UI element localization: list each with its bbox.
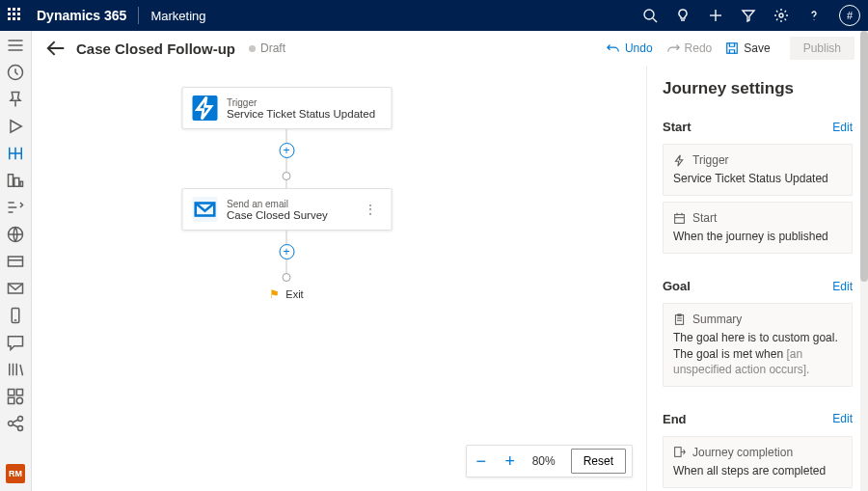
connector-line	[286, 231, 287, 244]
zoom-reset-button[interactable]: Reset	[571, 449, 626, 474]
nav-flow-icon[interactable]	[6, 199, 25, 216]
zoom-controls: − + 80% Reset	[466, 445, 633, 477]
nav-mail-icon[interactable]	[6, 280, 25, 297]
svg-rect-13	[9, 257, 23, 266]
side-rail: RM	[0, 31, 32, 491]
search-icon[interactable]	[642, 8, 658, 23]
exit-icon	[673, 446, 686, 458]
add-icon[interactable]	[708, 8, 723, 23]
exit-node[interactable]: ⚑Exit	[269, 287, 303, 301]
svg-rect-10	[14, 178, 19, 187]
lightning-icon	[192, 95, 217, 121]
mail-icon	[192, 197, 217, 222]
goal-summary-text: The goal here is to custom goal. The goa…	[673, 330, 842, 377]
node-more-icon[interactable]: ⋮	[360, 202, 381, 217]
publish-button: Publish	[790, 37, 854, 60]
node-value: Case Closed Survey	[227, 209, 328, 221]
svg-point-25	[16, 397, 22, 403]
back-button[interactable]	[45, 38, 67, 59]
svg-point-27	[18, 417, 23, 422]
zoom-level: 80%	[525, 454, 563, 468]
undo-button[interactable]: Undo	[607, 41, 653, 55]
svg-rect-37	[675, 315, 683, 325]
save-button[interactable]: Save	[725, 41, 770, 55]
lightning-icon	[673, 154, 686, 167]
nav-library-icon[interactable]	[6, 361, 25, 378]
svg-rect-23	[16, 390, 22, 396]
status-badge: Draft	[249, 41, 285, 55]
nav-menu-icon[interactable]	[6, 37, 25, 54]
clipboard-icon	[673, 314, 686, 326]
section-start: StartEdit Trigger Service Ticket Status …	[663, 120, 853, 254]
nav-card-icon[interactable]	[6, 253, 25, 270]
nav-segments-icon[interactable]	[6, 172, 25, 189]
nav-journeys-icon[interactable]	[6, 145, 25, 162]
nav-chat-icon[interactable]	[6, 334, 25, 351]
nav-play-icon[interactable]	[6, 118, 25, 135]
svg-rect-31	[727, 43, 738, 54]
connector-line	[286, 180, 287, 188]
email-node[interactable]: Send an email Case Closed Survey ⋮	[181, 188, 392, 231]
svg-point-4	[779, 14, 783, 17]
svg-line-1	[653, 18, 657, 22]
edit-end-link[interactable]: Edit	[832, 412, 853, 425]
card-goal-summary[interactable]: Summary The goal here is to custom goal.…	[663, 303, 853, 387]
card-end-completion[interactable]: Journey completion When all steps are co…	[663, 436, 853, 488]
avatar[interactable]: #	[839, 5, 860, 26]
scrollbar[interactable]	[860, 31, 868, 491]
area-name[interactable]: Marketing	[150, 9, 205, 23]
global-topbar: Dynamics 365 Marketing #	[0, 0, 868, 31]
help-icon[interactable]	[806, 8, 822, 23]
svg-line-29	[14, 420, 18, 423]
connector-dot	[283, 172, 291, 180]
settings-panel: Journey settings StartEdit Trigger Servi…	[646, 66, 868, 491]
node-label: Trigger	[227, 97, 375, 108]
svg-line-21	[20, 365, 23, 375]
page-title: Case Closed Follow-up	[76, 41, 235, 57]
svg-rect-41	[675, 448, 682, 457]
edit-start-link[interactable]: Edit	[832, 121, 853, 134]
redo-button: Redo	[666, 41, 713, 55]
zoom-in-button[interactable]: +	[496, 446, 525, 477]
connector-line	[286, 129, 287, 143]
card-start[interactable]: Start When the journey is published	[663, 202, 853, 254]
nav-pinned-icon[interactable]	[6, 91, 25, 108]
journey-canvas[interactable]: Trigger Service Ticket Status Updated + …	[32, 66, 646, 491]
svg-point-28	[18, 426, 23, 431]
gear-icon[interactable]	[773, 8, 789, 23]
card-trigger[interactable]: Trigger Service Ticket Status Updated	[663, 144, 853, 196]
nav-recent-icon[interactable]	[6, 64, 25, 81]
lightbulb-icon[interactable]	[675, 8, 691, 23]
connector-dot	[283, 273, 291, 282]
svg-rect-24	[9, 397, 14, 403]
svg-line-30	[14, 424, 18, 427]
app-launcher-icon[interactable]	[8, 8, 23, 23]
svg-rect-9	[9, 175, 14, 187]
edit-goal-link[interactable]: Edit	[832, 280, 853, 293]
nav-mobile-icon[interactable]	[6, 307, 25, 324]
svg-rect-33	[675, 214, 685, 223]
zoom-out-button[interactable]: −	[467, 446, 496, 477]
nav-share-icon[interactable]	[6, 415, 25, 432]
add-step-button[interactable]: +	[279, 244, 294, 259]
svg-point-26	[9, 422, 14, 426]
section-end: EndEdit Journey completion When all step…	[663, 412, 853, 488]
node-value: Service Ticket Status Updated	[227, 108, 375, 120]
user-badge[interactable]: RM	[6, 464, 25, 483]
nav-globe-icon[interactable]	[6, 226, 25, 243]
panel-title: Journey settings	[663, 79, 853, 98]
svg-point-0	[644, 10, 654, 19]
command-bar: Case Closed Follow-up Draft Undo Redo Sa…	[32, 31, 868, 66]
topbar-divider	[138, 7, 139, 24]
trigger-node[interactable]: Trigger Service Ticket Status Updated	[181, 87, 392, 129]
nav-assets-icon[interactable]	[6, 388, 25, 405]
filter-icon[interactable]	[741, 8, 756, 23]
section-goal: GoalEdit Summary The goal here is to cus…	[663, 279, 853, 387]
svg-rect-11	[20, 181, 23, 186]
node-label: Send an email	[227, 199, 328, 209]
flag-icon: ⚑	[269, 287, 280, 301]
brand-name: Dynamics 365	[37, 8, 126, 23]
calendar-icon	[673, 212, 686, 225]
add-step-button[interactable]: +	[279, 143, 294, 158]
connector-line	[286, 259, 287, 273]
